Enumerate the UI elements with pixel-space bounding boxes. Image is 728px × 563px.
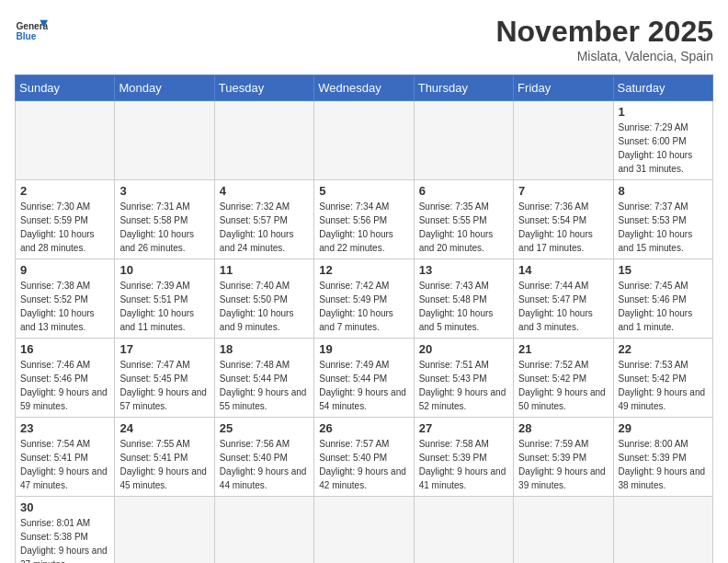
day-info: Sunrise: 7:35 AM Sunset: 5:55 PM Dayligh… [419,200,508,255]
calendar-cell [16,101,115,180]
day-number: 5 [319,184,408,198]
day-info: Sunrise: 7:44 AM Sunset: 5:47 PM Dayligh… [518,279,608,334]
calendar-cell [314,497,414,564]
calendar-cell: 20Sunrise: 7:51 AM Sunset: 5:43 PM Dayli… [414,339,513,418]
calendar-cell: 24Sunrise: 7:55 AM Sunset: 5:41 PM Dayli… [115,418,214,497]
day-number: 19 [319,342,408,356]
calendar-cell: 7Sunrise: 7:36 AM Sunset: 5:54 PM Daylig… [514,180,613,259]
calendar-week-row: 9Sunrise: 7:38 AM Sunset: 5:52 PM Daylig… [16,259,713,339]
month-title: November 2025 [495,15,713,49]
day-number: 25 [220,421,309,435]
calendar-cell: 30Sunrise: 8:01 AM Sunset: 5:38 PM Dayli… [16,497,115,564]
day-info: Sunrise: 8:01 AM Sunset: 5:38 PM Dayligh… [20,516,109,563]
calendar-cell: 16Sunrise: 7:46 AM Sunset: 5:46 PM Dayli… [16,339,115,418]
calendar-cell: 25Sunrise: 7:56 AM Sunset: 5:40 PM Dayli… [214,418,313,497]
calendar-cell: 19Sunrise: 7:49 AM Sunset: 5:44 PM Dayli… [314,339,414,418]
calendar-cell: 1Sunrise: 7:29 AM Sunset: 6:00 PM Daylig… [613,101,712,180]
calendar-week-row: 16Sunrise: 7:46 AM Sunset: 5:46 PM Dayli… [16,339,713,418]
calendar-cell [115,497,214,564]
weekday-header: Tuesday [214,75,313,101]
calendar-cell: 5Sunrise: 7:34 AM Sunset: 5:56 PM Daylig… [314,180,414,259]
calendar-cell: 4Sunrise: 7:32 AM Sunset: 5:57 PM Daylig… [214,180,313,259]
day-info: Sunrise: 7:31 AM Sunset: 5:58 PM Dayligh… [119,200,209,255]
weekday-header: Saturday [613,75,712,101]
calendar-cell: 26Sunrise: 7:57 AM Sunset: 5:40 PM Dayli… [314,418,414,497]
weekday-header: Sunday [16,75,115,101]
day-number: 22 [619,342,708,356]
day-info: Sunrise: 7:29 AM Sunset: 6:00 PM Dayligh… [619,121,708,176]
header: General Blue November 2025 Mislata, Vale… [15,15,713,63]
day-number: 16 [20,342,109,356]
weekday-header: Friday [514,75,613,101]
day-info: Sunrise: 7:48 AM Sunset: 5:44 PM Dayligh… [220,358,309,413]
calendar-cell: 28Sunrise: 7:59 AM Sunset: 5:39 PM Dayli… [514,418,613,497]
day-number: 26 [319,421,408,435]
day-info: Sunrise: 7:54 AM Sunset: 5:41 PM Dayligh… [20,437,109,492]
title-area: November 2025 Mislata, Valencia, Spain [495,15,713,63]
day-info: Sunrise: 7:40 AM Sunset: 5:50 PM Dayligh… [220,279,309,334]
calendar-cell: 11Sunrise: 7:40 AM Sunset: 5:50 PM Dayli… [214,259,313,339]
calendar: SundayMondayTuesdayWednesdayThursdayFrid… [15,75,713,563]
day-number: 4 [220,184,309,198]
calendar-cell: 22Sunrise: 7:53 AM Sunset: 5:42 PM Dayli… [613,339,712,418]
calendar-cell: 18Sunrise: 7:48 AM Sunset: 5:44 PM Dayli… [214,339,313,418]
calendar-cell [514,497,613,564]
weekday-row: SundayMondayTuesdayWednesdayThursdayFrid… [16,75,713,101]
calendar-cell [314,101,414,180]
day-info: Sunrise: 7:55 AM Sunset: 5:41 PM Dayligh… [119,437,209,492]
day-number: 3 [119,184,209,198]
calendar-header: SundayMondayTuesdayWednesdayThursdayFrid… [16,75,713,101]
day-info: Sunrise: 7:39 AM Sunset: 5:51 PM Dayligh… [119,279,209,334]
day-number: 27 [419,421,508,435]
day-number: 7 [518,184,608,198]
day-info: Sunrise: 7:49 AM Sunset: 5:44 PM Dayligh… [319,358,408,413]
day-info: Sunrise: 7:46 AM Sunset: 5:46 PM Dayligh… [20,358,109,413]
day-number: 2 [20,184,109,198]
day-info: Sunrise: 7:56 AM Sunset: 5:40 PM Dayligh… [220,437,309,492]
calendar-cell: 3Sunrise: 7:31 AM Sunset: 5:58 PM Daylig… [115,180,214,259]
day-number: 21 [518,342,608,356]
day-info: Sunrise: 7:34 AM Sunset: 5:56 PM Dayligh… [319,200,408,255]
day-info: Sunrise: 8:00 AM Sunset: 5:39 PM Dayligh… [619,437,708,492]
calendar-cell: 13Sunrise: 7:43 AM Sunset: 5:48 PM Dayli… [414,259,513,339]
day-number: 15 [619,263,708,277]
calendar-cell: 6Sunrise: 7:35 AM Sunset: 5:55 PM Daylig… [414,180,513,259]
calendar-cell: 23Sunrise: 7:54 AM Sunset: 5:41 PM Dayli… [16,418,115,497]
day-number: 30 [20,500,109,514]
day-number: 11 [220,263,309,277]
day-info: Sunrise: 7:38 AM Sunset: 5:52 PM Dayligh… [20,279,109,334]
calendar-cell [514,101,613,180]
weekday-header: Monday [115,75,214,101]
day-info: Sunrise: 7:42 AM Sunset: 5:49 PM Dayligh… [319,279,408,334]
day-number: 18 [220,342,309,356]
day-info: Sunrise: 7:51 AM Sunset: 5:43 PM Dayligh… [419,358,508,413]
day-number: 8 [619,184,708,198]
day-number: 24 [119,421,209,435]
day-info: Sunrise: 7:57 AM Sunset: 5:40 PM Dayligh… [319,437,408,492]
day-number: 9 [20,263,109,277]
day-info: Sunrise: 7:47 AM Sunset: 5:45 PM Dayligh… [119,358,209,413]
calendar-cell [613,497,712,564]
day-number: 6 [419,184,508,198]
calendar-cell [115,101,214,180]
calendar-cell: 17Sunrise: 7:47 AM Sunset: 5:45 PM Dayli… [115,339,214,418]
location: Mislata, Valencia, Spain [495,49,713,63]
calendar-body: 1Sunrise: 7:29 AM Sunset: 6:00 PM Daylig… [16,101,713,564]
day-number: 20 [419,342,508,356]
day-info: Sunrise: 7:36 AM Sunset: 5:54 PM Dayligh… [518,200,608,255]
day-number: 29 [619,421,708,435]
weekday-header: Thursday [414,75,513,101]
calendar-week-row: 23Sunrise: 7:54 AM Sunset: 5:41 PM Dayli… [16,418,713,497]
day-info: Sunrise: 7:58 AM Sunset: 5:39 PM Dayligh… [419,437,508,492]
svg-text:Blue: Blue [16,31,36,41]
calendar-cell [214,497,313,564]
calendar-week-row: 2Sunrise: 7:30 AM Sunset: 5:59 PM Daylig… [16,180,713,259]
day-info: Sunrise: 7:45 AM Sunset: 5:46 PM Dayligh… [619,279,708,334]
day-info: Sunrise: 7:37 AM Sunset: 5:53 PM Dayligh… [619,200,708,255]
day-number: 12 [319,263,408,277]
day-number: 17 [119,342,209,356]
day-number: 14 [518,263,608,277]
logo-icon: General Blue [15,15,48,48]
calendar-cell: 21Sunrise: 7:52 AM Sunset: 5:42 PM Dayli… [514,339,613,418]
day-number: 23 [20,421,109,435]
